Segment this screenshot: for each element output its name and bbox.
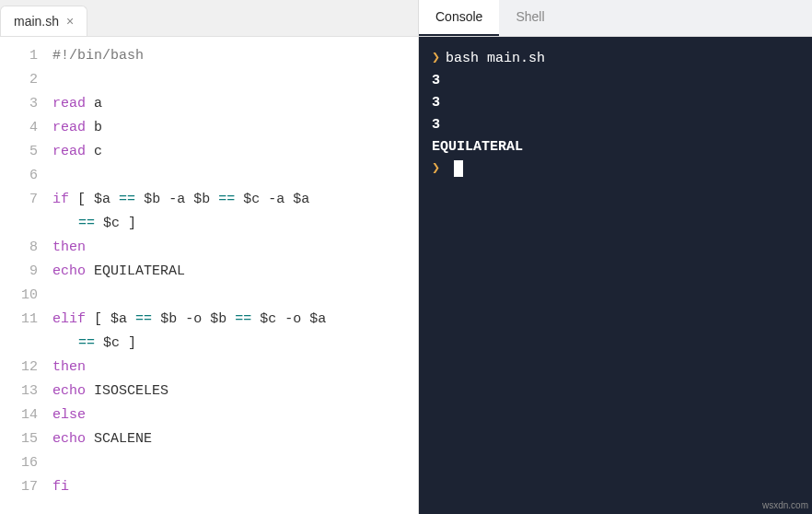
line-number: 11 [0,308,38,332]
console-tab-bar: ConsoleShell [419,0,812,37]
line-number [0,332,38,356]
line-number: 17 [0,475,38,499]
code-line-wrap[interactable]: == $c ] [52,332,418,356]
watermark: wsxdn.com [762,500,808,510]
editor-tab[interactable]: main.sh × [0,6,87,36]
line-number: 9 [0,260,38,284]
prompt-icon: ❯ [432,51,440,66]
line-number: 10 [0,284,38,308]
code-line[interactable]: fi [52,475,418,499]
line-number: 1 [0,44,38,68]
code-line[interactable]: echo ISOSCELES [52,380,418,403]
line-number: 8 [0,236,38,260]
line-number: 4 [0,116,38,140]
code-line[interactable]: then [52,356,418,380]
line-number: 7 [0,188,38,212]
console-command: bash main.sh [446,51,545,66]
console-output-line: 3 [432,70,799,92]
editor-tab-label: main.sh [14,14,59,29]
code-line[interactable]: else [52,403,418,427]
tab-console[interactable]: Console [419,0,499,36]
code-line[interactable] [52,68,418,92]
code-line[interactable]: read b [52,116,418,140]
code-line[interactable]: read c [52,140,418,164]
editor-tab-bar: main.sh × [0,0,418,37]
line-number: 15 [0,427,38,451]
code-line[interactable]: echo EQUILATERAL [52,260,418,284]
code-line[interactable] [52,284,418,308]
cursor-icon [454,160,463,177]
code-line[interactable] [52,164,418,188]
console-prompt-line[interactable]: ❯ [432,158,799,181]
code-area[interactable]: #!/bin/bash read aread bread c if [ $a =… [51,44,418,514]
line-number: 3 [0,92,38,116]
console-command-line: ❯bash main.sh [432,48,799,70]
code-editor[interactable]: 1234567891011121314151617 #!/bin/bash re… [0,37,418,514]
line-number: 13 [0,380,38,403]
code-line[interactable]: if [ $a == $b -a $b == $c -a $a [52,188,418,212]
code-line-wrap[interactable]: == $c ] [52,212,418,236]
line-number: 2 [0,68,38,92]
line-number: 6 [0,164,38,188]
console-output[interactable]: ❯bash main.sh333EQUILATERAL❯ [419,37,812,514]
editor-pane: main.sh × 1234567891011121314151617 #!/b… [0,0,419,514]
console-output-line: EQUILATERAL [432,136,799,158]
line-number: 16 [0,451,38,475]
code-line[interactable]: then [52,236,418,260]
console-output-line: 3 [432,92,799,114]
code-line[interactable]: read a [52,92,418,116]
console-pane: ConsoleShell ❯bash main.sh333EQUILATERAL… [419,0,812,514]
line-gutter: 1234567891011121314151617 [0,44,51,514]
code-line[interactable] [52,451,418,475]
line-number [0,212,38,236]
code-line[interactable]: elif [ $a == $b -o $b == $c -o $a [52,308,418,332]
console-output-line: 3 [432,114,799,136]
line-number: 14 [0,403,38,427]
prompt-icon: ❯ [432,161,440,177]
line-number: 12 [0,356,38,380]
line-number: 5 [0,140,38,164]
close-icon[interactable]: × [66,15,74,28]
tab-shell[interactable]: Shell [499,0,561,36]
code-line[interactable]: echo SCALENE [52,427,418,451]
code-line[interactable]: #!/bin/bash [52,44,418,68]
